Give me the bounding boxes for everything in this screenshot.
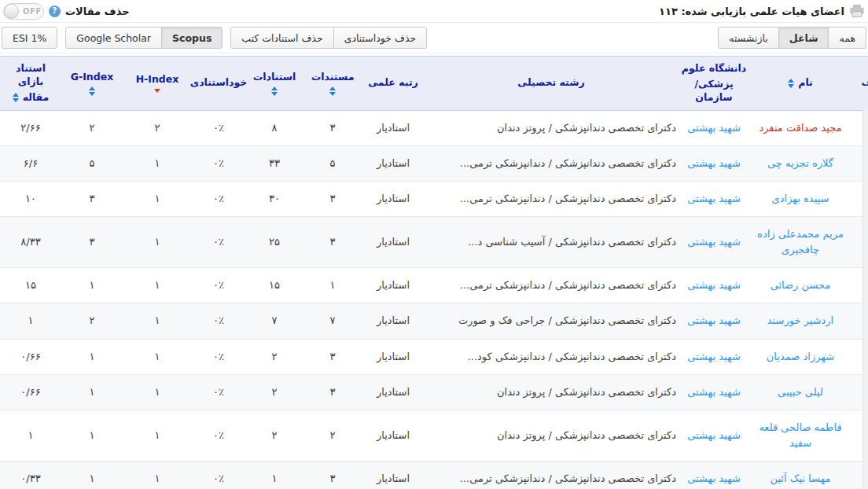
- faculty-name-link[interactable]: مجید صداقت منفرد: [759, 122, 841, 134]
- cell-field: دکترای تخصصی دندانپزشکی / دندانپزشکی ترم…: [460, 472, 676, 484]
- column-header-h_index[interactable]: H-Index: [123, 57, 192, 111]
- toolbar-left-group: ESI 1% Google Scholar Scopus حذف استنادا…: [2, 27, 427, 49]
- cell-documents: ۵: [330, 157, 336, 169]
- university-link[interactable]: شهید بهشتی: [687, 236, 741, 248]
- cell-rank: استادیار: [377, 122, 410, 134]
- cell-citations: ۳۰: [269, 193, 280, 204]
- column-label: ردیف: [861, 76, 868, 90]
- column-label: مقاله: [23, 91, 50, 105]
- cell-self-citation: ۰٪: [213, 313, 224, 329]
- scrollbar-track[interactable]: [862, 110, 868, 489]
- cell-g_index: ۱: [90, 386, 95, 398]
- results-summary: اعضای هیات علمی بازیابی شده: ۱۱۳: [659, 5, 866, 17]
- cell-h_index: ۱: [155, 386, 160, 398]
- faculty-name-link[interactable]: فاطمه صالحی قلعه سفید: [759, 421, 841, 449]
- cell-rank: استادیار: [377, 386, 410, 398]
- delete-articles-control: OFF ? حذف مقالات: [2, 3, 130, 20]
- column-label: مستندات: [311, 71, 355, 84]
- cell-citations: ۱۵: [269, 279, 280, 291]
- university-link[interactable]: شهید بهشتی: [687, 386, 741, 398]
- cell-h_index: ۱: [155, 193, 160, 204]
- faculty-name-link[interactable]: شهرزاد صمدیان: [767, 351, 834, 362]
- cell-self-citation: ۰٪: [213, 120, 224, 136]
- column-label: استنادات: [253, 71, 296, 84]
- cell-field: دکترای تخصصی دندانپزشکی / دندانپزشکی ترم…: [460, 193, 676, 204]
- delete-articles-label: حذف مقالات: [65, 6, 130, 17]
- esi-button[interactable]: ESI 1%: [2, 27, 57, 49]
- column-header-citations[interactable]: استنادات: [245, 57, 303, 111]
- cell-documents: ۳: [330, 351, 336, 362]
- cell-rank: استادیار: [377, 429, 410, 441]
- sort-icon[interactable]: [13, 93, 19, 102]
- cell-cpa: ۱: [28, 314, 34, 326]
- faculty-table-wrap: ردیفنامدانشگاه علومپزشکی/سازمانرشته تحصی…: [0, 56, 868, 489]
- column-header-g_index[interactable]: G-Index: [61, 57, 123, 111]
- cell-field: دکترای تخصصی دندانپزشکی / پروتز دندان: [497, 386, 676, 398]
- faculty-name-link[interactable]: گلاره تجزیه چی: [767, 157, 833, 169]
- column-label: استناد بازای: [2, 62, 60, 89]
- column-header-university: دانشگاه علومپزشکی/سازمان: [678, 57, 750, 111]
- tab-retired[interactable]: بازنشسته: [718, 27, 779, 49]
- tab-employed[interactable]: شاغل: [778, 27, 829, 49]
- printer-icon[interactable]: [850, 5, 864, 17]
- cell-rank: استادیار: [377, 157, 410, 169]
- column-header-documents[interactable]: مستندات: [303, 57, 362, 111]
- question-mark-icon[interactable]: ?: [49, 6, 61, 17]
- university-link[interactable]: شهید بهشتی: [687, 193, 741, 204]
- remove-book-citations-button[interactable]: حذف استنادات کتب: [230, 27, 333, 49]
- table-row: ۱۰۲گلاره تجزیه چیشهید بهشتیدکترای تخصصی …: [0, 145, 868, 181]
- cell-self-citation: ۰٪: [213, 234, 224, 250]
- university-link[interactable]: شهید بهشتی: [687, 157, 741, 169]
- sort-icon[interactable]: [89, 86, 95, 96]
- cell-self-citation: ۰٪: [213, 471, 224, 487]
- university-link[interactable]: شهید بهشتی: [687, 351, 741, 362]
- cell-self-citation: ۰٪: [213, 156, 224, 171]
- cell-rank: استادیار: [377, 279, 410, 291]
- faculty-name-link[interactable]: مریم محمدعلی زاده چافجیری: [757, 228, 844, 256]
- cell-documents: ۳: [330, 236, 336, 248]
- remove-self-citation-button[interactable]: حذف خوداستنادی: [333, 27, 428, 49]
- university-link[interactable]: شهید بهشتی: [687, 472, 741, 484]
- faculty-name-link[interactable]: سپیده بهزادی: [772, 193, 829, 204]
- cell-citations: ۲: [272, 351, 278, 362]
- university-link[interactable]: شهید بهشتی: [687, 279, 741, 291]
- top-bar: OFF ? حذف مقالات اعضای هیات علمی بازیابی…: [0, 0, 868, 23]
- cell-self-citation: ۰٪: [213, 384, 224, 400]
- delete-articles-toggle[interactable]: OFF: [3, 3, 44, 20]
- cell-rank: استادیار: [377, 351, 410, 362]
- tab-google-scholar[interactable]: Google Scholar: [65, 27, 162, 49]
- sort-icon[interactable]: [788, 79, 794, 88]
- column-header-name[interactable]: نام: [750, 57, 851, 111]
- column-label: H-Index: [136, 73, 179, 86]
- faculty-table: ردیفنامدانشگاه علومپزشکی/سازمانرشته تحصی…: [0, 56, 868, 489]
- faculty-name-link[interactable]: لیلی حبیبی: [778, 386, 823, 398]
- university-link[interactable]: شهید بهشتی: [687, 429, 741, 441]
- faculty-name-link[interactable]: محسن رضائی: [771, 279, 831, 291]
- university-link[interactable]: شهید بهشتی: [687, 122, 741, 134]
- cell-documents: ۳: [330, 472, 336, 484]
- faculty-name-link[interactable]: مهسا نیک آئین: [770, 472, 830, 484]
- column-label: نام: [798, 76, 813, 90]
- cell-cpa: ۲/۶۶: [20, 122, 40, 134]
- cell-field: دکترای تخصصی دندانپزشکی / دندانپزشکی کود…: [468, 351, 676, 362]
- sort-icon[interactable]: [271, 86, 278, 96]
- column-header-cpa[interactable]: استناد بازایمقاله: [0, 57, 61, 111]
- column-label: رتبه علمی: [368, 76, 418, 90]
- toggle-knob[interactable]: [4, 4, 19, 19]
- cell-citations: ۸: [272, 122, 278, 134]
- sort-desc-active-icon[interactable]: [154, 89, 160, 93]
- university-link[interactable]: شهید بهشتی: [687, 314, 741, 326]
- cell-documents: ۲: [330, 429, 336, 441]
- citation-filter-group: حذف استنادات کتب حذف خوداستنادی: [231, 27, 427, 49]
- table-row: ۱۰۹فاطمه صالحی قلعه سفیدشهید بهشتیدکترای…: [0, 410, 868, 461]
- result-count-label: اعضای هیات علمی بازیابی شده: ۱۱۳: [659, 6, 844, 17]
- cell-citations: ۲۵: [269, 236, 280, 248]
- sort-icon[interactable]: [329, 86, 336, 96]
- cell-documents: ۳: [330, 122, 336, 134]
- faculty-name-link[interactable]: اردشیر خورسند: [767, 314, 833, 326]
- tab-scopus[interactable]: Scopus: [161, 27, 223, 49]
- cell-g_index: ۲: [90, 314, 95, 326]
- cell-cpa: ۱: [28, 429, 34, 441]
- cell-field: دکترای تخصصی دندانپزشکی / دندانپزشکی ترم…: [460, 279, 676, 291]
- tab-all[interactable]: همه: [828, 27, 866, 49]
